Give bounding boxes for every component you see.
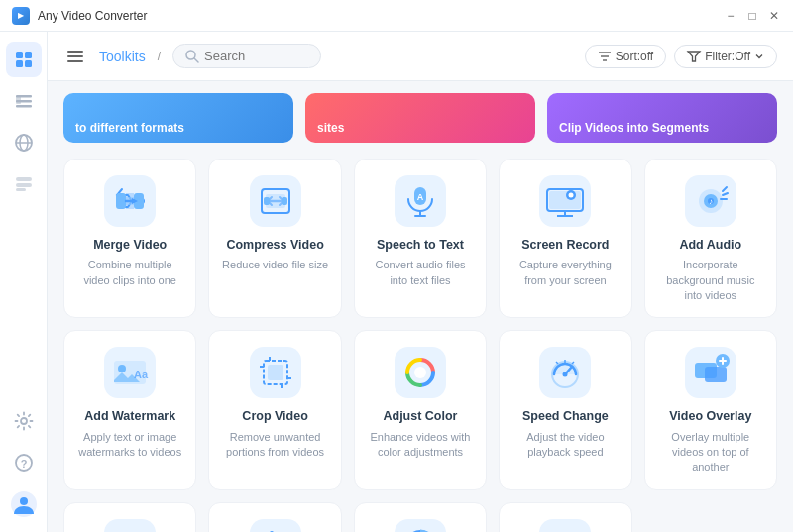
sidebar-item-bars[interactable]: [6, 83, 42, 119]
tool-icon-track: [104, 519, 156, 532]
svg-text:A: A: [417, 192, 424, 202]
tool-desc-1: Reduce video file size: [222, 258, 328, 272]
maximize-button[interactable]: □: [745, 9, 759, 23]
menu-button[interactable]: [63, 47, 87, 66]
tool-card-compress[interactable]: Compress Video Reduce video file size: [208, 159, 341, 318]
grid-content: to different formats sites Clip Videos i…: [48, 81, 793, 532]
svg-rect-11: [16, 177, 32, 181]
content-area: Toolkits / Sort:off: [48, 32, 793, 532]
tool-desc-3: Capture everything from your screen: [511, 258, 619, 288]
tool-desc-0: Combine multiple video clips into one: [76, 258, 183, 288]
svg-rect-87: [250, 519, 301, 532]
tool-card-color[interactable]: Adjust Color Enhance videos with color a…: [354, 330, 487, 489]
svg-rect-12: [16, 183, 32, 187]
sidebar-item-list[interactable]: [6, 166, 42, 202]
tool-icon-speed: [539, 347, 591, 398]
help-button[interactable]: ?: [6, 445, 42, 480]
tool-desc-4: Incorporate background music into videos: [657, 258, 764, 303]
svg-rect-13: [16, 188, 26, 191]
tool-name-1: Compress Video: [226, 237, 323, 253]
tool-card-crop[interactable]: Crop Video Remove unwanted portions from…: [208, 330, 341, 489]
search-box[interactable]: [172, 44, 321, 68]
svg-rect-28: [116, 193, 126, 209]
sort-icon: [598, 50, 612, 63]
svg-text:Aa: Aa: [134, 369, 149, 380]
minimize-button[interactable]: −: [724, 9, 737, 23]
chevron-down-icon: [754, 52, 764, 61]
svg-point-66: [414, 367, 426, 378]
tool-card-audio[interactable]: ♪ Add Audio Incorporate background music…: [644, 159, 777, 318]
app-title: Any Video Converter: [38, 9, 148, 23]
tool-icon-crop: [250, 347, 301, 398]
sort-button[interactable]: Sort:off: [585, 45, 666, 68]
banner-sites[interactable]: sites: [305, 93, 535, 143]
tool-desc-5: Apply text or image watermarks to videos: [76, 430, 183, 461]
search-input[interactable]: [204, 49, 303, 63]
sidebar-item-home[interactable]: [6, 42, 42, 77]
filter-icon: [687, 50, 701, 63]
banner-convert[interactable]: to different formats: [63, 93, 293, 143]
tool-icon-audiofilter: [250, 519, 301, 532]
tool-name-9: Video Overlay: [669, 408, 751, 424]
tool-card-watermark[interactable]: Aa Add Watermark Apply text or image wat…: [63, 330, 196, 489]
banner-row: to different formats sites Clip Videos i…: [63, 93, 777, 143]
sidebar-item-globe[interactable]: [6, 125, 42, 160]
filter-label: Filter:Off: [705, 50, 750, 63]
tool-name-8: Speed Change: [522, 408, 609, 424]
window-controls: − □ ✕: [724, 9, 781, 23]
tool-card-overlay[interactable]: Video Overlay Overlay multiple videos on…: [644, 330, 777, 489]
svg-point-70: [563, 372, 568, 377]
svg-point-47: [569, 193, 574, 198]
tool-name-6: Crop Video: [242, 408, 307, 424]
tools-grid: Merge Video Combine multiple video clips…: [63, 159, 777, 532]
svg-line-20: [194, 58, 198, 62]
filter-button[interactable]: Filter:Off: [674, 45, 777, 68]
tool-icon-subtitles: CC: [539, 519, 591, 532]
tool-card-audiofilter[interactable]: Audio Filter Modify the audio and apply …: [208, 502, 341, 532]
sidebar: ?: [0, 32, 48, 532]
svg-point-14: [21, 418, 27, 424]
svg-rect-35: [282, 197, 287, 205]
svg-point-18: [20, 497, 28, 505]
sort-label: Sort:off: [616, 50, 653, 63]
tool-card-dvd[interactable]: DVD Burning Burn videos onto DVD discs f…: [354, 502, 487, 532]
tool-card-merge[interactable]: Merge Video Combine multiple video clips…: [63, 159, 196, 318]
svg-point-55: [118, 365, 126, 372]
toolbar: Toolkits / Sort:off: [48, 32, 793, 81]
svg-text:?: ?: [20, 458, 27, 470]
svg-rect-2: [16, 60, 23, 67]
breadcrumb-toolkits[interactable]: Toolkits: [99, 49, 146, 64]
tool-desc-6: Remove unwanted portions from videos: [221, 430, 328, 461]
banner-clip[interactable]: Clip Videos into Segments: [547, 93, 777, 143]
tool-desc-7: Enhance videos with color adjustments: [367, 430, 474, 461]
user-avatar[interactable]: [6, 486, 42, 522]
tool-card-screen[interactable]: Screen Record Capture everything from yo…: [499, 159, 631, 318]
svg-rect-101: [539, 519, 591, 532]
tool-card-speed[interactable]: Speed Change Adjust the video playback s…: [499, 330, 631, 489]
svg-rect-80: [104, 519, 156, 532]
breadcrumb-separator: /: [158, 50, 161, 63]
tool-name-2: Speech to Text: [377, 237, 464, 253]
app-icon: [12, 7, 30, 25]
tool-icon-dvd: [395, 519, 446, 532]
svg-rect-1: [25, 52, 32, 58]
tool-card-track[interactable]: Track Extract Remove audio and subtitles…: [63, 502, 196, 532]
tool-icon-watermark: Aa: [104, 347, 156, 398]
tool-card-subtitles[interactable]: CC Add Subtitles Insert subtitles into v…: [499, 502, 631, 532]
svg-rect-3: [25, 60, 32, 67]
svg-rect-7: [16, 96, 21, 104]
tool-icon-overlay: [685, 347, 736, 398]
main-layout: ? Toolkits /: [0, 32, 793, 532]
banner-convert-label: to different formats: [75, 121, 184, 135]
tool-name-7: Adjust Color: [383, 408, 457, 424]
tool-name-4: Add Audio: [679, 237, 741, 253]
toolbar-right: Sort:off Filter:Off: [585, 45, 777, 68]
tool-card-speech[interactable]: A Speech to Text Convert audio files int…: [354, 159, 487, 318]
banner-sites-label: sites: [317, 121, 344, 135]
tool-desc-8: Adjust the video playback speed: [511, 430, 619, 461]
settings-button[interactable]: [6, 403, 42, 439]
svg-rect-76: [705, 367, 727, 382]
svg-marker-24: [688, 52, 700, 61]
close-button[interactable]: ✕: [767, 9, 781, 23]
tool-desc-2: Convert audio files into text files: [367, 258, 474, 288]
